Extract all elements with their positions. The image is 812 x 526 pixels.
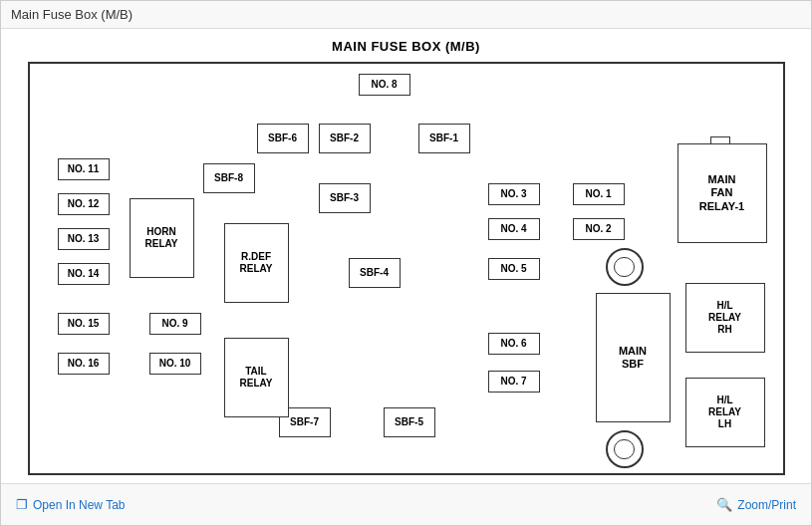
fuse-no14: NO. 14 [58, 263, 110, 285]
zoom-print-icon: 🔍 [716, 497, 732, 512]
fuse-sbf5: SBF-5 [384, 407, 435, 437]
fuse-sbf1: SBF-1 [418, 124, 470, 153]
hl-relay-rh: H/L RELAY RH [685, 283, 765, 353]
diagram-container: MAIN FUSE BOX (M/B) NO. 8 SBF-6 SBF-2 SB… [1, 29, 811, 483]
horn-relay: HORN RELAY [130, 198, 194, 278]
fuse-no5: NO. 5 [488, 258, 540, 280]
open-new-tab-link[interactable]: ❐ Open In New Tab [16, 497, 126, 512]
open-new-tab-icon: ❐ [16, 497, 28, 512]
zoom-print-link[interactable]: 🔍 Zoom/Print [716, 497, 796, 512]
main-fan-relay: MAIN FAN RELAY-1 [677, 143, 767, 243]
fastener-bottom [606, 430, 644, 468]
title-bar: Main Fuse Box (M/B) [1, 1, 811, 29]
fuse-no6: NO. 6 [488, 333, 540, 355]
fuse-no9: NO. 9 [149, 313, 201, 335]
fuse-no16: NO. 16 [58, 353, 110, 375]
tail-relay: TAIL RELAY [224, 338, 289, 417]
fuse-sbf8: SBF-8 [203, 163, 255, 193]
fuse-no13: NO. 13 [58, 228, 110, 250]
fuse-no3: NO. 3 [488, 183, 540, 205]
fuse-box: NO. 8 SBF-6 SBF-2 SBF-1 SBF-8 SBF-3 SBF-… [28, 62, 785, 475]
fuse-sbf6: SBF-6 [257, 124, 309, 153]
footer: ❐ Open In New Tab 🔍 Zoom/Print [1, 483, 811, 525]
zoom-print-label: Zoom/Print [737, 498, 796, 512]
fuse-sbf2: SBF-2 [319, 124, 371, 153]
fuse-no12: NO. 12 [58, 193, 110, 215]
fuse-no11: NO. 11 [58, 158, 110, 180]
fastener-inner-bottom [614, 439, 634, 459]
fuse-no1: NO. 1 [573, 183, 625, 205]
hl-relay-lh: H/L RELAY LH [685, 378, 765, 447]
window-title: Main Fuse Box (M/B) [11, 7, 133, 22]
fuse-no2: NO. 2 [573, 218, 625, 240]
fastener-top [606, 248, 644, 286]
fuse-sbf4: SBF-4 [349, 258, 401, 288]
diagram-title: MAIN FUSE BOX (M/B) [332, 39, 480, 54]
fuse-no10: NO. 10 [149, 353, 201, 375]
fuse-no15: NO. 15 [58, 313, 110, 335]
fuse-no4: NO. 4 [488, 218, 540, 240]
fuse-sbf3: SBF-3 [319, 183, 371, 213]
main-window: Main Fuse Box (M/B) MAIN FUSE BOX (M/B) … [0, 0, 812, 526]
relay-tab-top [710, 136, 730, 144]
open-new-tab-label: Open In New Tab [33, 498, 126, 512]
fastener-inner-top [614, 257, 634, 277]
rdef-relay: R.DEF RELAY [224, 223, 289, 303]
fuse-no7: NO. 7 [488, 371, 540, 393]
main-sbf: MAIN SBF [596, 293, 671, 422]
fuse-no8: NO. 8 [359, 74, 410, 96]
